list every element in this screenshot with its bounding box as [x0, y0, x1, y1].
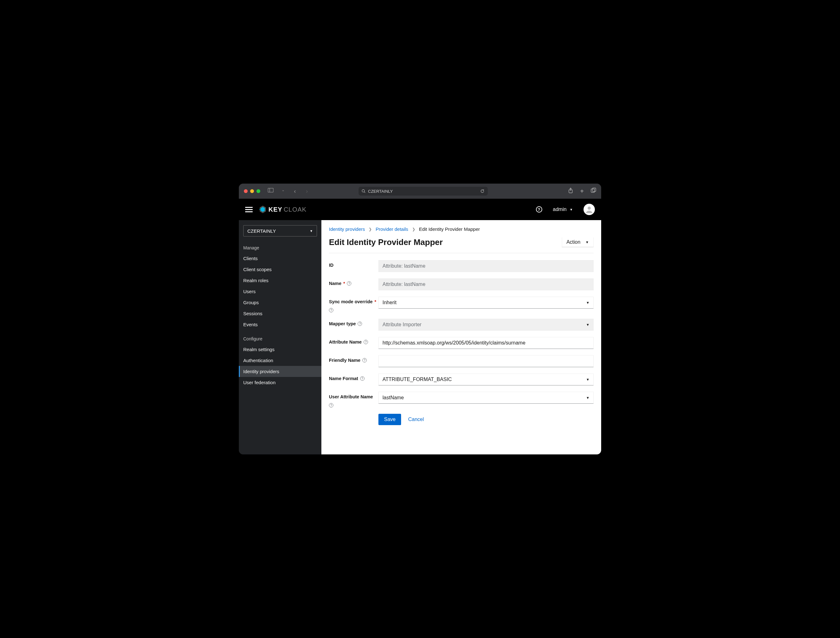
menu-toggle-button[interactable]	[245, 207, 253, 212]
sidebar-item-events[interactable]: Events	[239, 319, 321, 330]
sidebar-item-users[interactable]: Users	[239, 286, 321, 297]
app-header: KEYCLOAK ? admin ▼	[239, 199, 601, 220]
save-button[interactable]: Save	[378, 414, 401, 425]
logo[interactable]: KEYCLOAK	[258, 205, 307, 214]
label-text: ID	[329, 263, 334, 268]
select-value: lastName	[383, 395, 404, 401]
sidebar: CZERTAINLY ▼ Manage Clients Client scope…	[239, 220, 321, 455]
svg-rect-0	[268, 188, 274, 192]
chevron-right-icon: ❯	[412, 227, 415, 231]
svg-rect-7	[592, 188, 596, 191]
name-format-select[interactable]: ATTRIBUTE_FORMAT_BASIC ▼	[378, 373, 593, 385]
back-button[interactable]: ‹	[292, 188, 298, 194]
url-bar[interactable]: CZERTAINLY	[359, 187, 488, 196]
svg-point-11	[588, 207, 591, 210]
svg-point-2	[362, 190, 365, 192]
help-icon[interactable]: ?	[329, 403, 333, 407]
sidebar-item-sessions[interactable]: Sessions	[239, 308, 321, 319]
avatar[interactable]	[584, 204, 595, 215]
label-user-attribute-name: User Attribute Name ?	[329, 392, 378, 407]
label-text: Name Format	[329, 376, 358, 381]
row-mapper-type: Mapper type ? Attribute Importer ▼	[329, 319, 593, 331]
caret-down-icon: ▼	[569, 208, 573, 211]
realm-selector[interactable]: CZERTAINLY ▼	[243, 225, 317, 237]
browser-window: ⌄ ‹ › CZERTAINLY +	[239, 183, 601, 455]
realm-name: CZERTAINLY	[247, 228, 276, 234]
help-icon[interactable]: ?	[536, 206, 542, 213]
row-name: Name * ?	[329, 278, 593, 291]
id-field	[378, 260, 593, 272]
caret-down-icon: ▼	[585, 240, 589, 244]
label-text: Mapper type	[329, 321, 356, 326]
maximize-window-button[interactable]	[256, 189, 260, 193]
app-body: CZERTAINLY ▼ Manage Clients Client scope…	[239, 220, 601, 455]
user-menu[interactable]: admin ▼	[553, 207, 573, 212]
reload-icon[interactable]	[480, 189, 485, 193]
minimize-window-button[interactable]	[250, 189, 254, 193]
sidebar-item-label: Realm settings	[243, 347, 274, 352]
sidebar-item-authentication[interactable]: Authentication	[239, 355, 321, 366]
help-icon[interactable]: ?	[360, 376, 365, 381]
titlebar-nav: ⌄ ‹ ›	[268, 188, 310, 194]
breadcrumb-current: Edit Identity Provider Mapper	[419, 226, 480, 232]
sidebar-item-identity-providers[interactable]: Identity providers	[239, 366, 321, 377]
row-user-attribute-name: User Attribute Name ? lastName ▼	[329, 392, 593, 407]
caret-down-icon: ▼	[586, 377, 590, 381]
url-text: CZERTAINLY	[368, 189, 393, 194]
sidebar-item-label: Groups	[243, 300, 259, 305]
breadcrumb-link-provider-details[interactable]: Provider details	[376, 226, 408, 232]
friendly-name-field[interactable]	[378, 355, 593, 367]
help-icon[interactable]: ?	[358, 322, 362, 326]
mapper-type-select[interactable]: Attribute Importer ▼	[378, 319, 593, 331]
sidebar-item-label: Users	[243, 289, 256, 294]
sidebar-item-realm-settings[interactable]: Realm settings	[239, 344, 321, 355]
label-sync-mode: Sync mode override * ?	[329, 297, 378, 313]
select-value: Attribute Importer	[383, 322, 422, 327]
page-head: Edit Identity Provider Mapper Action ▼	[329, 237, 593, 247]
chevron-right-icon: ❯	[369, 227, 372, 231]
sidebar-item-user-federation[interactable]: User federation	[239, 377, 321, 388]
cancel-button[interactable]: Cancel	[408, 417, 424, 422]
sidebar-toggle-icon[interactable]	[268, 188, 274, 194]
breadcrumb-link-identity-providers[interactable]: Identity providers	[329, 226, 365, 232]
label-text: Friendly Name	[329, 358, 361, 363]
row-id: ID	[329, 260, 593, 272]
help-icon[interactable]: ?	[347, 281, 351, 286]
breadcrumb: Identity providers ❯ Provider details ❯ …	[329, 226, 593, 232]
caret-down-icon: ▼	[586, 301, 590, 305]
close-window-button[interactable]	[244, 189, 248, 193]
sync-mode-select[interactable]: Inherit ▼	[378, 297, 593, 309]
row-friendly-name: Friendly Name ?	[329, 355, 593, 367]
sidebar-item-clients[interactable]: Clients	[239, 253, 321, 264]
titlebar: ⌄ ‹ › CZERTAINLY +	[239, 183, 601, 199]
label-name-format: Name Format ?	[329, 373, 378, 381]
sidebar-item-realm-roles[interactable]: Realm roles	[239, 275, 321, 286]
sidebar-item-label: Clients	[243, 256, 258, 261]
user-attribute-name-select[interactable]: lastName ▼	[378, 392, 593, 404]
button-row: Save Cancel	[378, 414, 593, 425]
page-title: Edit Identity Provider Mapper	[329, 237, 443, 247]
label-friendly-name: Friendly Name ?	[329, 355, 378, 363]
help-icon[interactable]: ?	[362, 358, 367, 362]
chevron-down-icon[interactable]: ⌄	[280, 188, 286, 194]
section-manage-label: Manage	[239, 239, 321, 253]
sidebar-item-label: User federation	[243, 380, 276, 385]
share-icon[interactable]	[568, 188, 573, 195]
sidebar-item-label: Realm roles	[243, 278, 269, 283]
sidebar-item-groups[interactable]: Groups	[239, 297, 321, 308]
row-name-format: Name Format ? ATTRIBUTE_FORMAT_BASIC ▼	[329, 373, 593, 385]
tabs-icon[interactable]	[591, 188, 596, 195]
sidebar-item-client-scopes[interactable]: Client scopes	[239, 264, 321, 275]
attribute-name-field[interactable]	[378, 337, 593, 349]
label-text: Name	[329, 281, 342, 286]
help-icon[interactable]: ?	[364, 340, 368, 344]
select-value: Inherit	[383, 300, 396, 305]
sidebar-item-label: Client scopes	[243, 267, 272, 272]
help-icon[interactable]: ?	[329, 308, 333, 313]
sidebar-item-label: Sessions	[243, 311, 263, 316]
caret-down-icon: ▼	[586, 323, 590, 327]
action-menu[interactable]: Action ▼	[562, 237, 593, 247]
new-tab-icon[interactable]: +	[580, 188, 584, 195]
forward-button[interactable]: ›	[304, 188, 310, 194]
search-icon	[362, 189, 365, 193]
